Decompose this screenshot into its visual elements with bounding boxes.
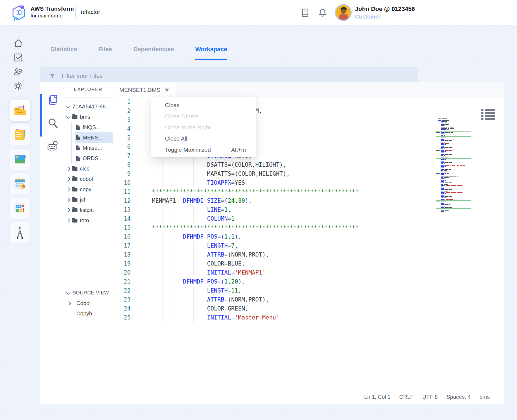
tree-folder-bms[interactable]: bms — [67, 112, 113, 122]
menu-item-close-all[interactable]: Close All — [151, 133, 256, 144]
line-content: TIOAPFX=YES — [140, 178, 245, 187]
tree-folder-cobol[interactable]: cobol — [67, 174, 113, 184]
bell-icon[interactable] — [318, 8, 327, 17]
code-line: 24 COLOR=GREEN, — [113, 304, 504, 313]
file-icon — [76, 156, 80, 161]
top-header: AWS Transform for mainframe refactor Joh… — [0, 0, 517, 26]
line-content: ****************************************… — [140, 187, 359, 196]
menu-item-close[interactable]: Close — [151, 99, 256, 111]
folder-icon — [72, 177, 77, 181]
home-icon[interactable] — [13, 38, 23, 48]
tree-folder-jcl[interactable]: jcl — [67, 194, 113, 205]
tree-file-inqs[interactable]: INQS... — [75, 122, 113, 132]
editor-tab-label: MENSET1.BMS — [119, 87, 161, 93]
search-icon[interactable] — [47, 117, 59, 129]
chevron-right-icon — [66, 177, 71, 181]
filter-input[interactable] — [62, 72, 334, 80]
minimap[interactable] — [436, 118, 471, 212]
editor-scrollbar-track[interactable] — [472, 113, 472, 389]
menu-item-close-others: Close Others — [151, 111, 256, 122]
calendar-card-icon — [13, 177, 27, 190]
file-label: INQS... — [83, 124, 101, 130]
file-icon — [76, 125, 80, 130]
dashboard-card[interactable] — [9, 197, 31, 219]
tree-folder-copy[interactable]: copy — [67, 184, 113, 194]
keyboard-shortcuts-icon[interactable] — [47, 140, 59, 152]
compass-card[interactable] — [9, 222, 31, 244]
line-number: 12 — [113, 196, 140, 205]
chevron-right-icon — [66, 166, 71, 171]
source-view-label: Copyb... — [76, 311, 97, 317]
tab-statistics[interactable]: Statistics — [50, 46, 77, 60]
chevron-right-icon — [66, 187, 71, 191]
file-label: ORDS... — [83, 155, 103, 162]
file-icon — [76, 135, 80, 140]
brand-line2: for mainframe — [31, 13, 74, 19]
dashboard-card-icon — [13, 202, 27, 215]
line-number: 20 — [113, 268, 140, 277]
avatar[interactable] — [335, 4, 352, 21]
tree-folder-toto[interactable]: toto — [67, 215, 113, 226]
menu-item-label: Close to the Right — [165, 124, 211, 131]
source-view-item-copyb[interactable]: Copyb... — [67, 308, 113, 319]
workspace-panel: EXPLORER 71AA5417-66...bmsINQS...MENS...… — [40, 82, 504, 404]
line-content: MAPATTS=(COLOR,HILIGHT), — [140, 169, 290, 178]
status-ln-1-col-1[interactable]: Ln 1, Col 1 — [364, 394, 391, 400]
gear-icon[interactable] — [13, 81, 23, 91]
chevron-right-icon — [66, 197, 71, 202]
tree-file-mens[interactable]: MENS... — [75, 132, 113, 143]
docs-icon[interactable] — [301, 8, 309, 17]
avatar-face — [341, 9, 346, 14]
line-content: INITIAL='MENMAP1' — [140, 268, 266, 277]
line-content: COLOR=BLUE, — [140, 259, 245, 268]
archive-card[interactable] — [9, 99, 31, 121]
tree-folder-listcat[interactable]: listcat — [67, 205, 113, 215]
menu-item-toggle-maximized[interactable]: Toggle MaximizedAlt+m — [151, 144, 256, 155]
outline-list-icon[interactable] — [481, 109, 495, 121]
status-crlf[interactable]: CRLF — [399, 394, 413, 400]
line-number: 8 — [113, 160, 140, 169]
file-label: Mntse... — [83, 145, 102, 151]
status-bms[interactable]: bms — [479, 394, 490, 400]
line-content: DSATTS=(COLOR,HILIGHT), — [140, 160, 286, 169]
line-number: 10 — [113, 178, 140, 187]
tab-files[interactable]: Files — [98, 46, 112, 60]
notes-card[interactable] — [9, 124, 31, 146]
avatar-body — [339, 14, 348, 20]
tree-file-mntse[interactable]: Mntse... — [75, 143, 113, 153]
chevron-down-icon — [66, 290, 71, 295]
editor-tab-menset1[interactable]: MENSET1.BMS ✕ — [113, 82, 176, 98]
line-number: 15 — [113, 223, 140, 232]
chevron-right-icon — [66, 208, 71, 212]
menu-item-label: Close Others — [165, 113, 199, 120]
funnel-icon — [49, 73, 56, 79]
line-content: ****************************************… — [140, 223, 359, 232]
chevron-down-icon — [66, 114, 71, 119]
picture-card[interactable] — [9, 148, 31, 170]
files-icon[interactable] — [47, 94, 59, 106]
nav-tabs: StatisticsFilesDependenciesWorkspace — [40, 35, 504, 60]
tasks-icon[interactable] — [13, 52, 23, 63]
tree-folder-cics[interactable]: cics — [67, 163, 113, 174]
line-content — [140, 142, 152, 151]
calendar-card[interactable] — [9, 173, 31, 195]
line-number: 6 — [113, 142, 140, 151]
line-content: LENGTH=11, — [140, 286, 242, 295]
close-tab-icon[interactable]: ✕ — [165, 87, 169, 93]
line-number: 14 — [113, 214, 140, 223]
tab-workspace[interactable]: Workspace — [195, 46, 227, 60]
header-divider — [75, 7, 76, 19]
status-spaces-4[interactable]: Spaces: 4 — [446, 394, 471, 400]
aws-transform-logo — [11, 5, 27, 21]
source-view-header[interactable]: SOURCE VIEW — [67, 288, 113, 298]
tab-dependencies[interactable]: Dependencies — [133, 46, 174, 60]
tree-file-ords[interactable]: ORDS... — [75, 153, 113, 163]
users-icon[interactable] — [13, 66, 23, 77]
folder-icon — [72, 208, 77, 212]
source-view-item-cobol[interactable]: Cobol — [67, 298, 113, 308]
line-number: 17 — [113, 241, 140, 250]
editor-status-bar: Ln 1, Col 1CRLFUTF-8Spaces: 4bms — [40, 390, 504, 404]
tree-label: cobol — [80, 176, 93, 182]
tree-root-71aa541766[interactable]: 71AA5417-66... — [67, 101, 113, 112]
status-utf-8[interactable]: UTF-8 — [422, 394, 438, 400]
